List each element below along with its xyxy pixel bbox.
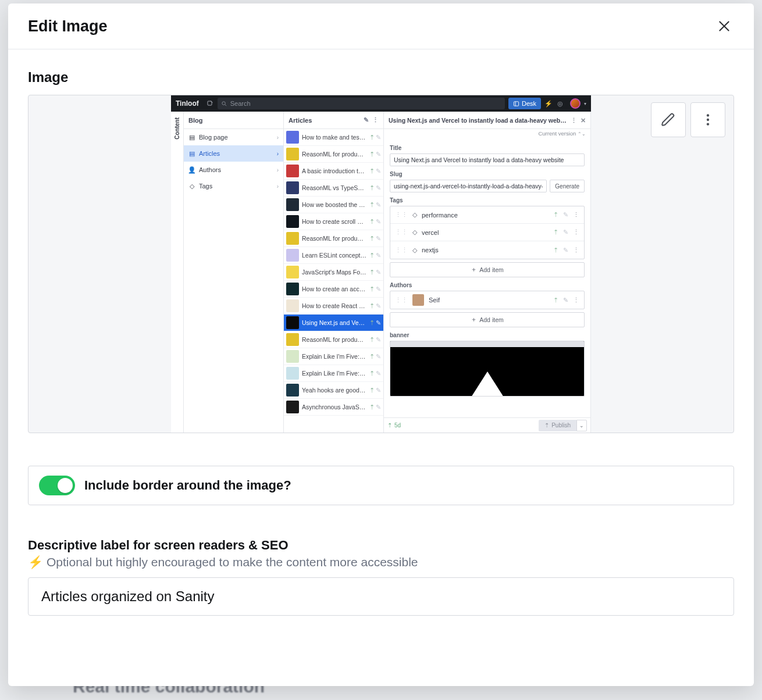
article-status-icons: ⇡✎ [369,336,381,344]
author-name: Seif [429,297,549,303]
article-status-icons: ⇡✎ [369,218,381,226]
preview-publish-caret: ⌄ [576,420,587,431]
kebab-icon: ⋮ [372,116,379,124]
edit-crop-button[interactable] [651,102,686,137]
pencil-icon [661,112,676,127]
kebab-icon: ⋮ [573,247,579,254]
image-actions [651,102,725,137]
publish-status-icon: ⇡ [553,247,558,254]
drag-icon: ⋮⋮ [395,228,408,236]
alt-sub-text: Optional but highly encouraged to make t… [47,555,418,569]
article-status-icons: ⇡✎ [369,403,381,411]
thumb-icon [286,215,299,228]
preview-vtab-label: Content [174,117,180,140]
thumb-icon [286,283,299,295]
modal-title: Edit Image [28,17,108,35]
preview-detail-footer: ⇡5d ⇡Publish ⌄ [384,417,590,433]
preview-article-item: How to create React Not…⇡✎ [284,298,383,315]
publish-status-icon: ⇡ [553,211,558,219]
close-button[interactable] [714,16,734,36]
article-status-icons: ⇡✎ [369,302,381,310]
preview-tag-row: ⋮⋮◇performance⇡✎⋮ [390,206,584,224]
article-status-icons: ⇡✎ [369,201,381,209]
preview-article-item: ReasonML vs TypeScript…⇡✎ [284,180,383,197]
tag-icon: ◇ [412,228,417,236]
preview-detail-header: Using Next.js and Vercel to instantly lo… [384,112,590,129]
field-label-title: Title [390,145,585,151]
image-menu-button[interactable] [690,102,725,137]
kebab-icon: ⋮ [573,228,579,236]
field-label-slug: Slug [390,171,585,177]
thumb-icon [286,198,299,211]
bolt-icon: ⚡ [544,99,553,108]
preview-topbar: Tinloof Search Desk ⚡ ◎ ▾ [171,95,591,112]
article-status-icons: ⇡✎ [369,252,381,259]
article-title: ReasonML for productio… [302,151,366,158]
thumb-icon [286,165,299,177]
article-status-icons: ⇡✎ [369,235,381,242]
preview-generate-button: Generate [550,180,585,192]
preview-tag-row: ⋮⋮◇nextjs⇡✎⋮ [390,241,584,259]
article-title: How to create scroll ani… [302,218,366,225]
image-section-label: Image [28,69,734,85]
avatar [570,98,581,109]
article-title: Yeah hooks are good, bu… [302,387,366,394]
article-title: How we boosted the per… [302,201,366,208]
alt-heading: Descriptive label for screen readers & S… [28,538,734,553]
chevron-down-icon: ▾ [584,101,586,106]
preview-blog-header: Blog [184,112,283,129]
drag-icon: ⋮⋮ [395,247,408,254]
thumb-icon [286,333,299,346]
article-title: How to make and test yo… [302,134,366,141]
thumb-icon [286,266,299,278]
pencil-icon: ✎ [563,297,568,304]
thumb-icon [286,384,299,397]
chevron-right-icon: › [277,151,279,157]
thumb-icon [286,232,299,245]
lightning-icon: ⚡ [28,555,43,569]
close-icon [717,19,732,34]
kebab-icon: ⋮ [573,211,579,219]
preview-desk-pill: Desk [508,98,541,109]
preview-version: Current version ⌃⌄ [384,129,590,140]
image-preview: Tinloof Search Desk ⚡ ◎ ▾ [171,95,591,433]
preview-article-item: Yeah hooks are good, bu…⇡✎ [284,382,383,399]
drag-icon: ⋮⋮ [395,211,408,219]
search-icon [221,101,227,107]
article-status-icons: ⇡✎ [369,285,381,293]
preview-article-item: Explain Like I'm Five: Rea…⇡✎ [284,365,383,382]
preview-search: Search [218,98,505,109]
article-status-icons: ⇡✎ [369,184,381,192]
article-title: Learn ESLint concepts, n… [302,252,366,259]
article-status-icons: ⇡✎ [369,151,381,158]
alt-text-input[interactable] [28,577,734,616]
preview-blog-column: Blog ▤Blog page › ▤Articles › 👤Authors [184,112,284,433]
preview-article-item: JavaScript's Maps For B…⇡✎ [284,264,383,281]
thumb-icon [286,350,299,363]
article-status-icons: ⇡✎ [369,319,381,327]
drag-icon: ⋮⋮ [395,297,408,304]
border-toggle-label: Include border around the image? [84,478,291,493]
close-icon: ✕ [581,117,586,124]
tag-icon: ◇ [412,247,417,254]
preview-slug-input [390,180,547,192]
doc-icon: ▤ [188,134,195,141]
article-title: How to create React Not… [302,302,366,309]
panel-icon [513,101,519,107]
preview-age: ⇡5d [387,422,401,428]
border-toggle[interactable] [39,476,75,495]
preview-nav-articles: ▤Articles › [184,145,283,162]
image-preview-frame: Tinloof Search Desk ⚡ ◎ ▾ [28,95,734,433]
tag-name: nextjs [422,247,549,253]
article-title: ReasonML for productio… [302,235,366,242]
compose-icon: ✎ [364,116,369,124]
chevron-right-icon: › [277,183,279,190]
tag-name: vercel [422,229,549,236]
thumb-icon [286,131,299,144]
preview-title-input [390,153,585,166]
article-title: ReasonML vs TypeScript… [302,184,366,191]
preview-article-item: How to create scroll ani…⇡✎ [284,213,383,230]
tag-name: performance [422,212,549,219]
preview-search-placeholder: Search [230,100,251,107]
preview-article-item: ReasonML for productio…⇡✎ [284,146,383,163]
